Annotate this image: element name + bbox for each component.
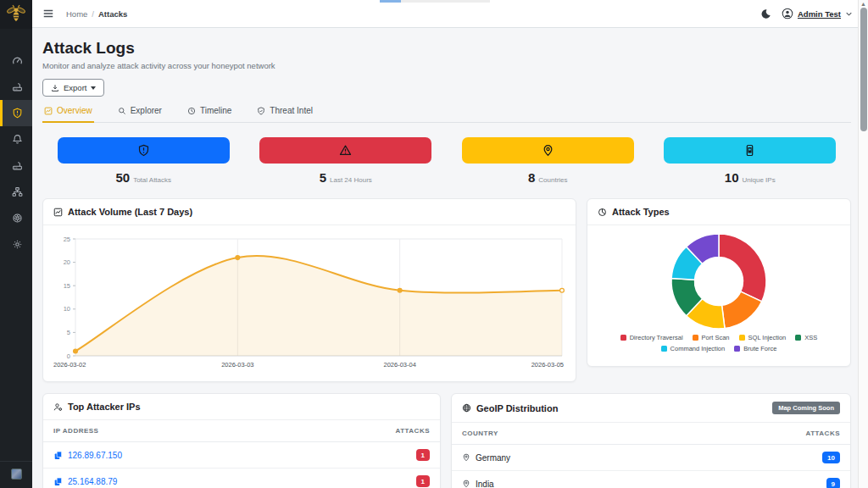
gear-icon — [12, 239, 23, 250]
tab-threat-intel[interactable]: Threat Intel — [255, 106, 314, 123]
tab-label: Timeline — [200, 106, 231, 115]
stat-bar-last-24-hours — [259, 137, 431, 164]
legend-item[interactable]: Brute Force — [734, 345, 776, 352]
svg-text:10: 10 — [64, 305, 70, 313]
col-attacks: ATTACKS — [395, 427, 430, 435]
sidebar-item-alerts[interactable] — [0, 126, 32, 152]
svg-text:5: 5 — [67, 329, 70, 336]
legend-item[interactable]: Port Scan — [693, 334, 730, 341]
router-icon — [12, 81, 23, 92]
sitemap-icon — [12, 186, 23, 197]
export-button-label: Export — [64, 83, 86, 92]
legend-label: SQL Injection — [748, 334, 787, 341]
geoip-row: India 9 — [452, 471, 850, 488]
sidebar-avatar-thumbnail[interactable] — [11, 469, 22, 480]
caret-down-icon — [91, 86, 96, 90]
dark-mode-toggle-moon-icon[interactable] — [760, 8, 771, 19]
app-logo[interactable] — [0, 0, 32, 29]
legend-item[interactable]: Directory Traversal — [620, 334, 683, 341]
stats-row: 50Total Attacks 5Last 24 Hours 8Countrie… — [42, 137, 851, 185]
sidebar-item-attacks[interactable] — [0, 100, 32, 126]
sidebar-item-honeypots[interactable] — [0, 152, 32, 179]
legend-swatch — [693, 335, 698, 341]
attack-types-title: Attack Types — [612, 207, 670, 217]
hamburger-menu-icon[interactable] — [42, 8, 54, 19]
tab-overview[interactable]: Overview — [42, 106, 94, 123]
legend-swatch — [734, 346, 740, 352]
legend-label: Brute Force — [743, 345, 776, 352]
user-menu[interactable]: Admin Test — [782, 8, 853, 19]
sidebar-item-settings[interactable] — [0, 231, 32, 258]
sidebar-footer — [0, 461, 32, 488]
svg-text:2026-03-02: 2026-03-02 — [53, 361, 86, 369]
svg-text:0: 0 — [67, 352, 70, 360]
attack-count-badge: 10 — [822, 452, 840, 463]
legend-label: Directory Traversal — [630, 334, 683, 341]
geoip-table-header: COUNTRY ATTACKS — [452, 423, 850, 445]
attack-volume-card: Attack Volume (Last 7 Days) 051015202520… — [42, 198, 576, 382]
svg-text:25: 25 — [64, 236, 70, 243]
bell-icon — [12, 134, 23, 145]
page-loading-progress-bar — [380, 0, 490, 3]
stat-value: 5 — [320, 170, 326, 185]
attack-types-card: Attack Types Directory TraversalPort Sca… — [587, 198, 851, 367]
attack-count-badge: 1 — [416, 449, 430, 461]
stat-label: Last 24 Hours — [330, 176, 372, 184]
stat-label: Unique IPs — [743, 176, 776, 184]
sidebar-item-dashboard[interactable] — [0, 47, 32, 74]
page-title: Attack Logs — [42, 39, 851, 58]
stat-total-attacks: 50Total Attacks — [42, 137, 245, 185]
sidebar-item-system[interactable] — [0, 205, 32, 231]
sidebar-nav — [0, 47, 32, 258]
svg-text:20: 20 — [64, 258, 70, 266]
tab-explorer[interactable]: Explorer — [116, 106, 164, 123]
chart-line-icon — [44, 107, 53, 115]
legend-swatch — [661, 346, 667, 352]
mobile-device-icon — [743, 144, 756, 157]
shield-check-icon — [257, 107, 265, 115]
donut-slice[interactable] — [719, 234, 766, 302]
shield-exclamation-icon — [137, 144, 150, 157]
sidebar-item-services[interactable] — [0, 74, 32, 100]
scrollbar-thumb[interactable] — [860, 8, 867, 131]
chevron-down-icon — [845, 10, 853, 18]
attacker-row: 25.164.88.79 1 — [43, 469, 440, 488]
download-icon — [51, 84, 59, 92]
map-pin-icon — [462, 453, 470, 462]
tab-label: Explorer — [131, 106, 162, 115]
stat-label: Total Attacks — [133, 176, 171, 184]
main-content: Attack Logs Monitor and analyze attack a… — [32, 28, 858, 488]
sidebar — [0, 0, 32, 488]
geoip-title: GeoIP Distribution — [476, 403, 558, 413]
breadcrumb-home-link[interactable]: Home — [66, 9, 87, 19]
map-coming-soon-badge: Map Coming Soon — [772, 402, 840, 414]
top-attacker-ips-title: Top Attacker IPs — [68, 402, 141, 412]
attack-count-badge: 1 — [416, 475, 430, 487]
scrollbar-up-arrow[interactable]: ▲ — [859, 0, 868, 8]
person-gear-icon — [53, 402, 63, 412]
geoip-header: GeoIP Distribution Map Coming Soon — [452, 394, 850, 423]
browser-scrollbar[interactable]: ▲ — [858, 0, 868, 488]
attacker-ip-link[interactable]: 126.89.67.150 — [68, 451, 122, 460]
top-attacker-ips-header: Top Attacker IPs — [43, 394, 440, 420]
export-button[interactable]: Export — [42, 79, 104, 97]
navbar-right: Admin Test — [760, 8, 853, 19]
attack-types-legend: Directory TraversalPort ScanSQL Injectio… — [598, 334, 840, 352]
legend-item[interactable]: Command Injection — [661, 345, 726, 352]
country-name: India — [476, 480, 494, 488]
attacker-ip-link[interactable]: 25.164.88.79 — [68, 477, 117, 486]
legend-swatch — [620, 335, 626, 341]
legend-label: Command Injection — [670, 345, 726, 352]
legend-item[interactable]: XSS — [795, 334, 817, 341]
gauge-icon — [12, 55, 23, 66]
attacker-row: 126.89.67.150 1 — [43, 442, 440, 469]
legend-item[interactable]: SQL Injection — [739, 334, 787, 341]
sidebar-item-network[interactable] — [0, 179, 32, 205]
copy-icon[interactable] — [53, 477, 63, 486]
charts-row: Attack Volume (Last 7 Days) 051015202520… — [42, 198, 851, 382]
legend-swatch — [795, 335, 801, 341]
tab-timeline[interactable]: Timeline — [186, 106, 233, 123]
col-attacks: ATTACKS — [805, 430, 840, 437]
shield-exclamation-icon — [12, 108, 23, 119]
copy-icon[interactable] — [53, 451, 63, 460]
